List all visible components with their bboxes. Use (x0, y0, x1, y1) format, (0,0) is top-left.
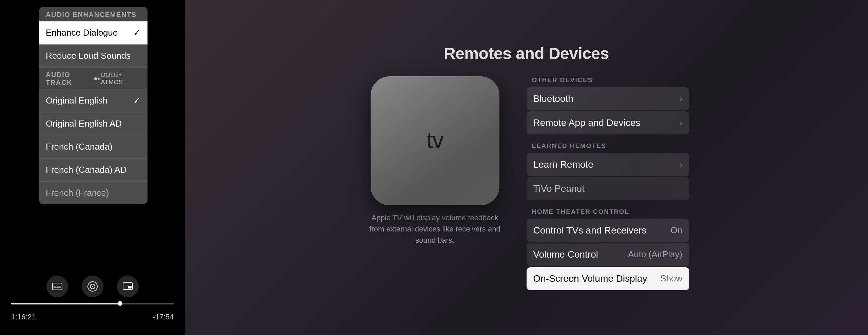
reduce-loud-sounds-label: Reduce Loud Sounds (46, 51, 131, 61)
time-remaining: -17:54 (153, 313, 174, 321)
audio-dropdown: AUDIO ENHANCEMENTS Enhance Dialogue ✓ Re… (39, 7, 147, 204)
enhance-dialogue-label: Enhance Dialogue (46, 27, 118, 38)
other-devices-header: OTHER DEVICES (527, 76, 689, 87)
pip-button[interactable] (117, 276, 139, 297)
progress-bar-fill (11, 303, 120, 304)
progress-indicator (118, 301, 122, 306)
original-english-ad-item[interactable]: Original English AD (39, 112, 147, 135)
appletv-logo: tv (427, 130, 443, 151)
left-panel: AUDIO ENHANCEMENTS Enhance Dialogue ✓ Re… (0, 0, 185, 335)
french-france-label: French (France) (46, 188, 109, 198)
page-title: Remotes and Devices (444, 44, 609, 63)
dolby-dot-2 (98, 78, 100, 80)
onscreen-volume-row[interactable]: On-Screen Volume Display Show (527, 267, 689, 290)
onscreen-volume-label: On-Screen Volume Display (533, 273, 647, 284)
tv-text: tv (427, 128, 443, 151)
tivo-row[interactable]: TiVo Peanut (527, 177, 689, 200)
svg-point-7 (92, 286, 93, 287)
control-tvs-value-text: On (671, 225, 683, 236)
french-canada-item[interactable]: French (Canada) (39, 135, 147, 159)
remote-app-row[interactable]: Remote App and Devices › (527, 111, 689, 134)
remote-app-label: Remote App and Devices (533, 117, 640, 128)
progress-bar-container[interactable] (11, 303, 174, 304)
tivo-label: TiVo Peanut (533, 183, 585, 194)
audio-icon (86, 280, 99, 293)
audio-track-header: AUDIO TRACK (46, 71, 94, 87)
subtitles-button[interactable] (46, 276, 68, 297)
svg-rect-1 (54, 286, 56, 286)
checkmark-icon: ✓ (133, 27, 141, 38)
enhance-dialogue-item[interactable]: Enhance Dialogue ✓ (39, 21, 147, 44)
bottom-controls: 1:16:21 -17:54 (0, 276, 185, 321)
dolby-dots-icon (94, 77, 100, 80)
settings-window: Remotes and Devices tv Apple TV will dis… (364, 44, 689, 291)
bluetooth-row-value: › (680, 94, 683, 104)
settings-content: tv Apple TV will display volume feedback… (364, 76, 689, 291)
reduce-loud-sounds-item[interactable]: Reduce Loud Sounds (39, 44, 147, 68)
time-current: 1:16:21 (11, 313, 36, 321)
dolby-dot-1 (94, 77, 97, 80)
french-canada-label: French (Canada) (46, 142, 113, 152)
svg-rect-4 (58, 287, 61, 288)
volume-control-value-text: Auto (AirPlay) (628, 249, 682, 260)
right-panel: Remotes and Devices tv Apple TV will dis… (185, 0, 868, 335)
control-tvs-row[interactable]: Control TVs and Receivers On (527, 219, 689, 242)
original-english-ad-label: Original English AD (46, 118, 122, 129)
settings-list: OTHER DEVICES Bluetooth › Remote App and… (527, 76, 689, 291)
dolby-badge: Dolby Atmos (94, 72, 141, 86)
original-english-checkmark: ✓ (133, 95, 141, 106)
playback-controls (46, 276, 139, 297)
appletv-container: tv Apple TV will display volume feedback… (364, 76, 506, 246)
volume-control-value: Auto (AirPlay) (628, 249, 682, 260)
learn-remote-chevron-icon: › (680, 160, 683, 169)
control-tvs-value: On (671, 225, 683, 236)
learn-remote-row-value: › (680, 160, 683, 169)
french-canada-ad-item[interactable]: French (Canada) AD (39, 159, 147, 182)
appletv-device-image: tv (371, 76, 499, 205)
learn-remote-label: Learn Remote (533, 159, 593, 170)
onscreen-volume-value-text: Show (660, 273, 682, 284)
time-labels: 1:16:21 -17:54 (11, 313, 174, 321)
subtitles-icon (52, 281, 63, 292)
pip-icon (122, 281, 133, 292)
svg-rect-2 (54, 287, 58, 288)
svg-rect-3 (57, 286, 61, 286)
original-english-label: Original English (46, 95, 107, 106)
french-canada-ad-label: French (Canada) AD (46, 165, 126, 175)
bluetooth-row[interactable]: Bluetooth › (527, 87, 689, 110)
volume-control-label: Volume Control (533, 249, 598, 260)
onscreen-volume-value: Show (660, 273, 682, 284)
control-tvs-label: Control TVs and Receivers (533, 225, 647, 236)
audio-button[interactable] (82, 276, 103, 297)
appletv-description: Apple TV will display volume feedback fr… (367, 212, 503, 246)
learned-remotes-header: LEARNED REMOTES (527, 142, 689, 153)
dolby-label: Dolby Atmos (101, 72, 141, 86)
remote-app-row-value: › (680, 118, 683, 128)
home-theater-header: HOME THEATER CONTROL (527, 208, 689, 219)
bluetooth-label: Bluetooth (533, 93, 573, 104)
svg-rect-9 (128, 286, 132, 289)
volume-control-row[interactable]: Volume Control Auto (AirPlay) (527, 243, 689, 266)
audio-enhancements-header: AUDIO ENHANCEMENTS (39, 7, 147, 21)
french-france-item[interactable]: French (France) (39, 182, 147, 204)
original-english-item[interactable]: Original English ✓ (39, 89, 147, 112)
bluetooth-chevron-icon: › (680, 94, 683, 104)
audio-track-section: AUDIO TRACK Dolby Atmos (39, 68, 147, 89)
progress-bar-bg (11, 303, 174, 304)
learn-remote-row[interactable]: Learn Remote › (527, 153, 689, 176)
remote-app-chevron-icon: › (680, 118, 683, 128)
